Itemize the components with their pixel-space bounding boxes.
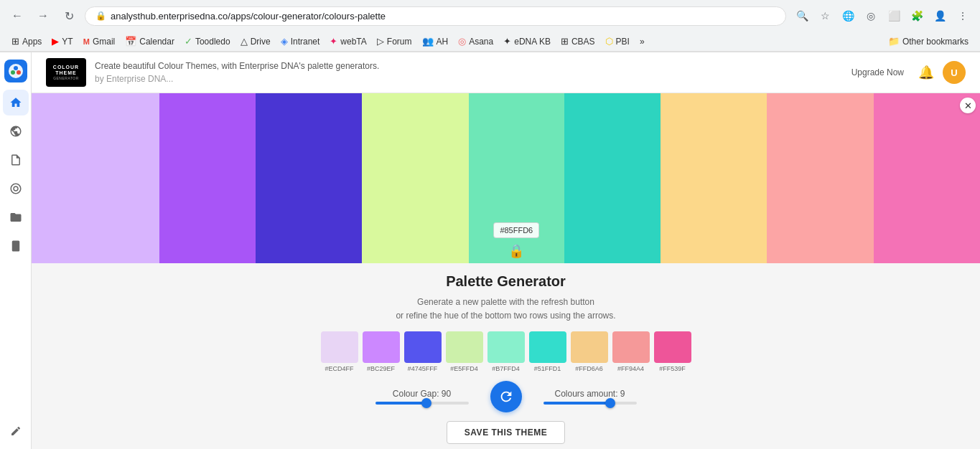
- bookmark-toodledo[interactable]: ✓ Toodledo: [180, 34, 235, 49]
- sidebar-edit-btn[interactable]: [3, 418, 29, 444]
- user-profile-button[interactable]: 👤: [930, 6, 950, 26]
- sidebar-logo[interactable]: [4, 60, 27, 82]
- user-avatar[interactable]: U: [943, 61, 966, 84]
- swatch-box-6[interactable]: [529, 331, 566, 363]
- back-button[interactable]: ←: [7, 6, 27, 26]
- palette-strip-3[interactable]: [256, 93, 362, 263]
- save-theme-button[interactable]: SAVE THIS THEME: [447, 421, 565, 444]
- swatch-2[interactable]: #BC29EF: [363, 331, 400, 372]
- swatch-label-9: #FF539F: [659, 365, 686, 372]
- swatch-label-3: #4745FFF: [408, 365, 438, 372]
- address-bar[interactable]: 🔒 analysthub.enterprisedna.co/apps/colou…: [85, 6, 786, 26]
- palette-strip-8[interactable]: [767, 93, 873, 263]
- colours-amount-control: Colours amount: 9: [543, 389, 637, 405]
- swatch-6[interactable]: #51FFD1: [529, 331, 566, 372]
- browser-chrome: ← → ↻ 🔒 analysthub.enterprisedna.co/apps…: [0, 0, 980, 52]
- palette-title: Palette Generator: [446, 273, 566, 290]
- bell-icon[interactable]: 🔔: [918, 65, 934, 80]
- palette-strip-4[interactable]: [362, 93, 468, 263]
- bookmark-ah-label: AH: [437, 37, 449, 47]
- bookmark-edna[interactable]: ✦ eDNA KB: [499, 34, 555, 49]
- extension-icon-1[interactable]: 🌐: [838, 6, 858, 26]
- swatch-box-1[interactable]: [321, 331, 358, 363]
- extension-icon-3[interactable]: ⬜: [884, 6, 904, 26]
- bookmark-apps[interactable]: ⊞ Apps: [7, 34, 46, 49]
- swatch-1[interactable]: #ECD4FF: [321, 331, 358, 372]
- bookmark-webta[interactable]: ✦ webTA: [325, 34, 370, 49]
- bookmark-gmail[interactable]: M Gmail: [79, 34, 120, 49]
- swatch-9[interactable]: #FF539F: [654, 331, 691, 372]
- ah-icon: 👥: [422, 36, 434, 47]
- palette-strip-2[interactable]: [159, 93, 256, 263]
- sidebar-home-btn[interactable]: [3, 90, 29, 115]
- bookmark-calendar-label: Calendar: [139, 37, 174, 47]
- close-palette-button[interactable]: ✕: [960, 98, 976, 113]
- bookmark-forum[interactable]: ▷ Forum: [373, 34, 416, 49]
- lock-overlay: 🔒: [508, 243, 524, 259]
- swatch-box-8[interactable]: [612, 331, 650, 363]
- colours-amount-fill: [543, 402, 611, 405]
- bookmark-ah[interactable]: 👥 AH: [418, 34, 453, 49]
- bookmark-other[interactable]: 📁 Other bookmarks: [884, 34, 973, 49]
- sidebar-target-btn[interactable]: [3, 176, 29, 202]
- active-color-label: #85FFD6: [493, 222, 539, 238]
- colour-gap-slider[interactable]: [375, 402, 469, 405]
- bookmark-more[interactable]: »: [635, 34, 649, 49]
- edna-icon: ✦: [503, 36, 511, 47]
- swatch-box-2[interactable]: [363, 331, 400, 363]
- extension-icon-2[interactable]: ◎: [861, 6, 881, 26]
- colour-gap-control: Colour Gap: 90: [375, 389, 469, 405]
- swatch-box-9[interactable]: [654, 331, 691, 363]
- palette-strip-7[interactable]: [661, 93, 767, 263]
- palette-desc-line2: or refine the hue of the bottom two rows…: [396, 309, 615, 323]
- swatch-box-3[interactable]: [404, 331, 442, 363]
- palette-strip-5[interactable]: #85FFD6 🔒: [469, 93, 565, 263]
- reload-button[interactable]: ↻: [59, 6, 79, 26]
- bookmark-calendar[interactable]: 📅 Calendar: [121, 34, 179, 49]
- palette-desc-line1: Generate a new palette with the refresh …: [396, 296, 615, 309]
- search-button[interactable]: 🔍: [792, 6, 812, 26]
- refresh-button[interactable]: [490, 381, 522, 412]
- colour-gap-fill: [375, 402, 427, 405]
- bookmark-yt[interactable]: ▶ YT: [47, 34, 77, 49]
- sidebar-globe-btn[interactable]: [3, 118, 29, 144]
- palette-strip-9[interactable]: [874, 93, 980, 263]
- swatch-box-4[interactable]: [446, 331, 483, 363]
- sidebar-folder-btn[interactable]: [3, 204, 29, 230]
- upgrade-button[interactable]: Upgrade Now: [846, 65, 910, 80]
- controls-row: Colour Gap: 90 Colours amount: 9: [46, 381, 966, 412]
- swatch-5[interactable]: #B7FFD4: [487, 331, 525, 372]
- swatch-3[interactable]: #4745FFF: [404, 331, 442, 372]
- bookmark-apps-label: Apps: [22, 37, 42, 47]
- extension-icon-4[interactable]: 🧩: [907, 6, 927, 26]
- bookmark-pbi[interactable]: ⬡ PBI: [601, 34, 634, 49]
- bookmark-cbas[interactable]: ⊞ CBAS: [556, 34, 599, 49]
- palette-strip-1[interactable]: [32, 93, 159, 263]
- swatch-box-5[interactable]: [487, 331, 525, 363]
- swatch-8[interactable]: #FF94A4: [612, 331, 650, 372]
- left-sidebar: [0, 52, 32, 449]
- calendar-icon: 📅: [125, 36, 136, 47]
- sidebar-phone-btn[interactable]: [3, 233, 29, 259]
- bookmark-forum-label: Forum: [387, 37, 412, 47]
- swatch-4[interactable]: #E5FFD4: [446, 331, 483, 372]
- bookmark-intranet[interactable]: ◈ Intranet: [276, 34, 325, 49]
- bookmark-star-button[interactable]: ☆: [815, 6, 835, 26]
- bookmark-asana[interactable]: ◎ Asana: [454, 34, 498, 49]
- colours-amount-slider[interactable]: [543, 402, 637, 405]
- yt-icon: ▶: [52, 36, 59, 47]
- swatch-box-7[interactable]: [571, 331, 608, 363]
- webta-icon: ✦: [330, 36, 337, 47]
- sidebar-doc-btn[interactable]: [3, 147, 29, 173]
- palette-strip-6[interactable]: [564, 93, 661, 263]
- swatch-label-5: #B7FFD4: [492, 365, 520, 372]
- forum-icon: ▷: [377, 36, 384, 47]
- app-logo: COLOURTHEME GENERATOR: [46, 58, 86, 87]
- menu-button[interactable]: ⋮: [953, 6, 973, 26]
- swatch-7[interactable]: #FFD6A6: [571, 331, 608, 372]
- cbas-icon: ⊞: [561, 36, 569, 47]
- palette-desc: Generate a new palette with the refresh …: [396, 296, 615, 323]
- bookmark-edna-label: eDNA KB: [514, 37, 551, 47]
- bookmark-drive[interactable]: △ Drive: [236, 34, 275, 49]
- forward-button[interactable]: →: [33, 6, 53, 26]
